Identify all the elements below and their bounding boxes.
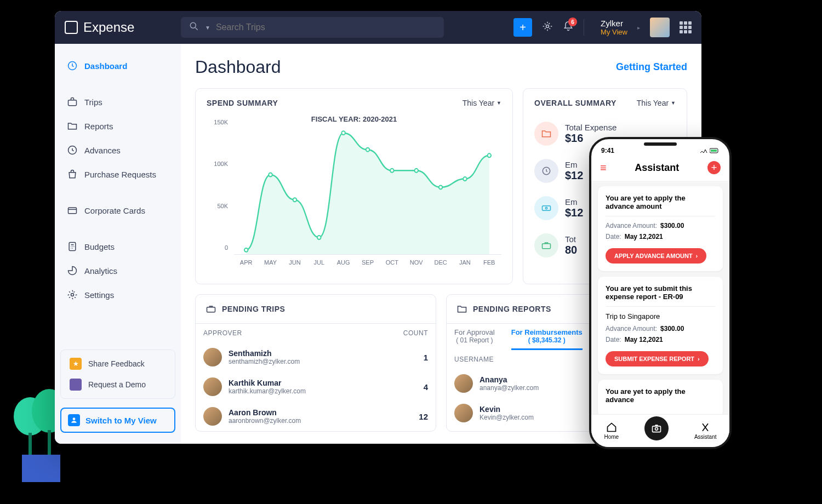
y-tick: 50K — [217, 203, 228, 209]
svg-point-16 — [293, 198, 297, 202]
pending-trips-card: PENDING TRIPS APPROVER COUNT Senthamizhs… — [195, 294, 436, 432]
y-tick: 150K — [214, 119, 228, 125]
nav-trips[interactable]: Trips — [60, 91, 175, 113]
svg-point-23 — [463, 177, 467, 181]
share-feedback[interactable]: ★ Share Feedback — [64, 353, 172, 374]
svg-point-15 — [269, 173, 272, 176]
getting-started-link[interactable]: Getting Started — [616, 61, 687, 73]
notification-badge: 6 — [568, 18, 577, 26]
nav-purchase-requests[interactable]: Purchase Requests — [60, 163, 175, 185]
apply-advance-button[interactable]: APPLY ADVANCE AMOUNT › — [606, 248, 706, 264]
expense-icon — [534, 122, 558, 146]
tab-assistant[interactable]: Assistant — [694, 422, 717, 440]
clock-icon — [67, 145, 78, 156]
col-approver: APPROVER — [203, 329, 242, 337]
svg-point-18 — [341, 131, 345, 135]
x-tick: JUN — [283, 259, 307, 266]
svg-point-20 — [390, 169, 394, 173]
svg-rect-26 — [543, 206, 551, 210]
briefcase-icon — [67, 96, 78, 107]
overall-filter[interactable]: This Year ▼ — [637, 99, 676, 107]
x-tick: AUG — [331, 259, 355, 266]
avatar — [454, 374, 473, 393]
svg-point-19 — [366, 148, 370, 152]
apps-grid-icon[interactable] — [680, 21, 692, 33]
search-bar[interactable]: ▼ — [181, 17, 444, 38]
svg-rect-4 — [22, 455, 60, 482]
x-tick: DEC — [429, 259, 453, 266]
chart-title: FISCAL YEAR: 2020-2021 — [207, 115, 501, 123]
settings-icon[interactable] — [542, 21, 553, 34]
svg-rect-28 — [543, 244, 551, 249]
folder-icon — [67, 121, 78, 131]
briefcase-icon — [206, 303, 216, 314]
nav-settings[interactable]: Settings — [60, 284, 175, 306]
chevron-down-icon: ▼ — [205, 25, 210, 31]
spend-chart: 050K100K150K — [234, 129, 501, 255]
camera-button[interactable] — [644, 416, 669, 440]
search-icon — [189, 21, 199, 34]
nav-dashboard[interactable]: Dashboard — [60, 55, 175, 77]
table-row[interactable]: Aaron Brownaaronbrown@zylker.com 12 — [196, 402, 436, 431]
overall-title: OVERALL SUMMARY — [534, 99, 616, 107]
status-icons — [700, 147, 720, 154]
svg-rect-29 — [207, 307, 215, 312]
svg-point-21 — [414, 169, 418, 173]
nav-advances[interactable]: Advances — [60, 139, 175, 161]
nav-corporate-cards[interactable]: Corporate Cards — [60, 199, 175, 221]
briefcase-stat-icon — [534, 233, 558, 257]
spend-filter[interactable]: This Year ▼ — [463, 99, 501, 107]
phone-time: 9:41 — [601, 147, 614, 154]
dashboard-icon — [67, 60, 78, 71]
avatar — [203, 348, 222, 366]
tab-for-approval[interactable]: For Approval ( 01 Report ) — [454, 328, 495, 350]
x-tick: JAN — [453, 259, 477, 266]
user-avatar[interactable] — [650, 18, 670, 37]
sidebar: Dashboard Trips Reports Advances Purchas… — [55, 44, 181, 444]
tab-for-reimbursements[interactable]: For Reimbursements ( $8,345.32 ) — [511, 328, 583, 350]
phone-add-button[interactable]: + — [707, 161, 721, 174]
card-icon — [67, 205, 78, 216]
camera-icon — [651, 423, 662, 434]
submit-report-button[interactable]: SUBMIT EXPENSE REPORT › — [606, 351, 709, 366]
assistant-icon — [700, 422, 711, 433]
submit-report-card: You are yet to submit this expense repor… — [598, 277, 723, 374]
svg-rect-8 — [68, 100, 77, 106]
workspace-switcher[interactable]: Zylker My View — [601, 19, 627, 36]
request-demo[interactable]: Request a Demo — [64, 374, 172, 395]
x-tick: JUL — [307, 259, 331, 266]
nav-budgets[interactable]: Budgets — [60, 236, 175, 257]
svg-rect-32 — [653, 426, 661, 432]
svg-point-24 — [488, 153, 492, 157]
notification-icon[interactable]: 6 — [563, 21, 574, 34]
nav-reports[interactable]: Reports — [60, 115, 175, 137]
svg-rect-10 — [68, 208, 77, 214]
nav-analytics[interactable]: Analytics — [60, 260, 175, 282]
svg-point-5 — [190, 22, 196, 28]
svg-point-13 — [73, 417, 76, 420]
menu-icon[interactable]: ≡ — [600, 162, 607, 174]
switch-view-button[interactable]: Switch to My View — [60, 408, 175, 433]
svg-point-14 — [244, 248, 248, 252]
table-row[interactable]: Karthik Kumarkarthik.kumar@zylker.com 4 — [196, 372, 436, 402]
svg-rect-31 — [711, 150, 717, 152]
tab-home[interactable]: Home — [604, 422, 619, 440]
gear-icon — [67, 289, 78, 300]
cash-stat-icon — [534, 196, 558, 220]
demo-icon — [70, 379, 82, 391]
svg-point-27 — [545, 207, 547, 209]
logo-icon — [65, 21, 78, 34]
add-button[interactable]: + — [513, 18, 532, 37]
avatar — [454, 404, 473, 422]
folder-icon — [456, 303, 467, 314]
col-username: USERNAME — [454, 356, 494, 363]
spend-summary-card: SPEND SUMMARY This Year ▼ FISCAL YEAR: 2… — [195, 88, 513, 284]
x-tick: FEB — [477, 259, 501, 266]
home-icon — [606, 422, 617, 433]
search-input[interactable] — [216, 22, 436, 32]
table-row[interactable]: Senthamizhsenthamizh@zylker.com 1 — [196, 342, 436, 372]
svg-point-22 — [439, 185, 443, 189]
feedback-icon: ★ — [70, 358, 82, 370]
app-brand: Expense — [65, 20, 174, 35]
mobile-preview: 9:41 ≡ Assistant + You are yet to apply … — [589, 137, 732, 449]
